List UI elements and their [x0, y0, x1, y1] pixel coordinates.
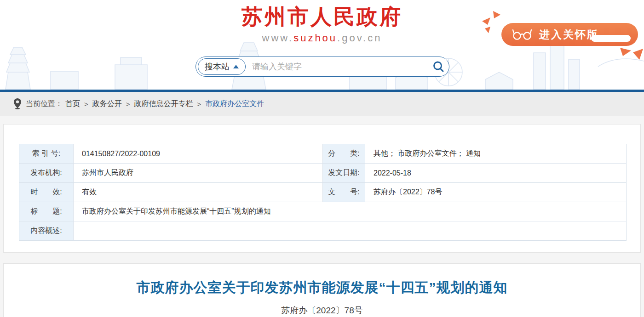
site-header: 苏州市人民政府 www.suzhou.gov.cn 搜本站 进入关怀版 — [0, 0, 644, 90]
breadcrumb-item-info-disclosure[interactable]: 政府信息公开专栏 — [134, 99, 193, 109]
search-scope-dropdown[interactable]: 搜本站 — [198, 58, 246, 75]
search-button[interactable] — [428, 57, 449, 76]
site-search: 搜本站 — [196, 57, 449, 77]
meta-label-validity: 时 效: — [19, 183, 74, 202]
article-title: 市政府办公室关于印发苏州市能源发展“十四五”规划的通知 — [4, 278, 640, 297]
breadcrumb-separator: > — [126, 100, 130, 108]
meta-label-doc-number: 文 号: — [323, 183, 365, 202]
article-card: 市政府办公室关于印发苏州市能源发展“十四五”规划的通知 苏府办〔2022〕78号 — [3, 263, 641, 317]
breadcrumb-item-office-documents[interactable]: 市政府办公室文件 — [205, 99, 264, 109]
meta-label-issuing-agency: 发布机构: — [19, 164, 74, 183]
breadcrumb: 当前位置： 首页 > 政务公开 > 政府信息公开专栏 > 市政府办公室文件 — [0, 92, 644, 116]
meta-value-validity: 有效 — [74, 183, 323, 202]
search-scope-label: 搜本站 — [205, 61, 230, 72]
meta-value-index-number: 014150827/2022-00109 — [74, 144, 323, 164]
meta-value-category: 其他； 市政府办公室文件； 通知 — [365, 144, 627, 164]
meta-label-category: 分 类: — [323, 144, 365, 164]
meta-label-index-number: 索 引 号: — [19, 144, 74, 164]
breadcrumb-prefix: 当前位置： — [26, 99, 63, 109]
meta-value-issuing-agency: 苏州市人民政府 — [74, 164, 323, 183]
search-input[interactable] — [252, 62, 428, 72]
location-pin-icon — [14, 98, 21, 109]
meta-label-issue-date: 发文日期: — [323, 164, 365, 183]
chevron-up-icon — [233, 65, 239, 68]
sparkle-decoration-right — [615, 44, 644, 62]
meta-value-summary — [74, 221, 627, 241]
breadcrumb-separator: > — [84, 100, 88, 108]
article-doc-number: 苏府办〔2022〕78号 — [4, 305, 640, 317]
document-meta-card: 索 引 号: 014150827/2022-00109 分 类: 其他； 市政府… — [3, 124, 641, 253]
meta-value-doc-number: 苏府办〔2022〕78号 — [365, 183, 627, 202]
meta-label-summary: 内容概述: — [19, 221, 74, 241]
button-decoration — [591, 35, 631, 42]
meta-value-issue-date: 2022-05-18 — [365, 164, 627, 183]
meta-label-title: 标 题: — [19, 202, 74, 221]
document-meta-table: 索 引 号: 014150827/2022-00109 分 类: 其他； 市政府… — [19, 144, 625, 241]
breadcrumb-item-home[interactable]: 首页 — [65, 99, 80, 109]
glasses-icon — [512, 28, 533, 40]
breadcrumb-separator: > — [197, 100, 201, 108]
care-mode-button[interactable]: 进入关怀版 — [501, 23, 638, 46]
search-icon — [432, 61, 444, 73]
breadcrumb-item-gov-affairs[interactable]: 政务公开 — [92, 99, 122, 109]
care-mode-label: 进入关怀版 — [539, 28, 599, 42]
meta-value-title: 市政府办公室关于印发苏州市能源发展“十四五”规划的通知 — [74, 202, 627, 221]
